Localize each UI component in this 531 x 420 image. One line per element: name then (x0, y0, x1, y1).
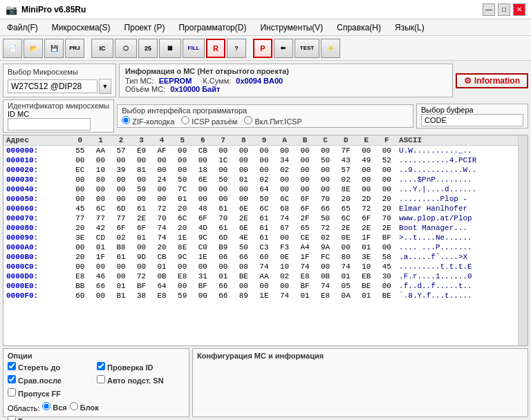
hex-byte[interactable]: 01 (335, 271, 356, 281)
hex-byte[interactable]: E8 (295, 271, 315, 281)
hex-byte[interactable]: 6E (234, 204, 254, 213)
hex-byte[interactable]: 00 (315, 184, 336, 194)
hex-byte[interactable]: 20 (377, 194, 398, 204)
hex-byte[interactable]: 34 (274, 155, 295, 165)
hex-byte[interactable]: 0E (274, 252, 295, 262)
hex-byte[interactable]: 0B (151, 271, 172, 281)
hex-byte[interactable]: 00 (234, 146, 254, 156)
toolbar-ic2[interactable]: ⬡ (115, 39, 137, 58)
hex-byte[interactable]: 00 (172, 262, 193, 271)
hex-byte[interactable]: 74 (274, 291, 295, 300)
hex-byte[interactable]: 74 (274, 213, 295, 223)
hex-byte[interactable]: 6E (192, 175, 213, 184)
hex-byte[interactable]: CB (151, 252, 172, 262)
hex-byte[interactable]: 00 (315, 165, 336, 175)
hex-byte[interactable]: 24 (151, 175, 172, 184)
hex-byte[interactable]: 20 (172, 223, 193, 233)
hex-byte[interactable]: 01 (151, 262, 172, 271)
hex-byte[interactable]: 50 (234, 242, 254, 252)
hex-byte[interactable]: 10 (91, 165, 111, 175)
hex-byte[interactable]: AA (91, 146, 111, 156)
hex-byte[interactable]: 50 (213, 175, 234, 184)
hex-byte[interactable]: BE (356, 281, 377, 291)
hex-byte[interactable]: E9 (131, 146, 152, 156)
hex-byte[interactable]: 00 (295, 146, 315, 156)
hex-byte[interactable]: 00 (254, 165, 274, 175)
hex-byte[interactable]: 72 (315, 223, 336, 233)
hex-byte[interactable]: 61 (111, 252, 131, 262)
hex-byte[interactable]: 8E (335, 184, 356, 194)
hex-byte[interactable]: 77 (70, 213, 91, 223)
hex-byte[interactable]: 61 (254, 233, 274, 242)
hex-byte[interactable]: 00 (131, 262, 152, 271)
hex-byte[interactable]: E8 (70, 271, 91, 281)
hex-byte[interactable]: 81 (131, 165, 152, 175)
hex-byte[interactable]: 10 (274, 262, 295, 271)
hex-byte[interactable]: 01 (234, 175, 254, 184)
hex-byte[interactable]: 9C (172, 252, 193, 262)
hex-byte[interactable]: 20 (335, 194, 356, 204)
hex-byte[interactable]: 70 (377, 213, 398, 223)
hex-byte[interactable]: 00 (91, 291, 111, 300)
hex-byte[interactable]: 00 (111, 184, 131, 194)
toolbar-save[interactable]: 💾 (44, 39, 64, 58)
hex-byte[interactable]: 6C (274, 194, 295, 204)
hex-byte[interactable]: 00 (131, 194, 152, 204)
hex-byte[interactable]: 00 (192, 184, 213, 194)
hex-byte[interactable]: 55 (70, 146, 91, 156)
hex-byte[interactable]: 00 (151, 184, 172, 194)
hex-byte[interactable]: 74 (254, 262, 274, 271)
hex-byte[interactable]: 4E (234, 233, 254, 242)
check-autosn[interactable] (97, 375, 105, 383)
hex-byte[interactable]: 45 (70, 204, 91, 213)
hex-byte[interactable]: 00 (111, 175, 131, 184)
toolbar-ic1[interactable]: IC (91, 39, 113, 58)
hex-byte[interactable]: 01 (131, 233, 152, 242)
hex-byte[interactable]: 00 (254, 146, 274, 156)
hex-byte[interactable]: 6D (111, 204, 131, 213)
hex-byte[interactable]: 65 (335, 204, 356, 213)
hex-byte[interactable]: 74 (295, 262, 315, 271)
hex-byte[interactable]: 6F (356, 213, 377, 223)
hex-byte[interactable]: 00 (151, 194, 172, 204)
hex-byte[interactable]: B1 (111, 291, 131, 300)
hex-byte[interactable]: E8 (151, 291, 172, 300)
hex-byte[interactable]: 0E (335, 233, 356, 242)
scrollbar[interactable] (518, 135, 528, 345)
hex-byte[interactable]: BF (295, 281, 315, 291)
hex-byte[interactable]: BE (377, 291, 398, 300)
hex-byte[interactable]: 00 (111, 262, 131, 271)
hex-byte[interactable]: 89 (234, 291, 254, 300)
toolbar-chip-icon[interactable]: ⚡ (321, 39, 340, 58)
hex-byte[interactable]: 72 (356, 204, 377, 213)
hex-byte[interactable]: 00 (377, 184, 398, 194)
hex-byte[interactable]: 3E (356, 252, 377, 262)
hex-byte[interactable]: 00 (131, 155, 152, 165)
maximize-button[interactable]: □ (498, 3, 510, 16)
hex-byte[interactable]: 4D (192, 223, 213, 233)
hex-byte[interactable]: 50 (315, 155, 336, 165)
hex-byte[interactable]: 74 (151, 233, 172, 242)
hex-byte[interactable]: 2E (377, 223, 398, 233)
hex-byte[interactable]: 31 (192, 271, 213, 281)
hex-byte[interactable]: 50 (172, 175, 193, 184)
hex-byte[interactable]: 57 (335, 165, 356, 175)
check-test[interactable] (8, 416, 16, 420)
hex-byte[interactable]: 00 (213, 184, 234, 194)
hex-byte[interactable]: F3 (274, 242, 295, 252)
toolbar-p[interactable]: P (253, 39, 272, 58)
hex-byte[interactable]: E8 (172, 271, 193, 281)
id-mc-input[interactable] (8, 118, 91, 131)
hex-byte[interactable]: 00 (377, 146, 398, 156)
hex-byte[interactable]: 58 (377, 252, 398, 262)
menu-micro[interactable]: Микросхема(S) (48, 22, 115, 33)
hex-byte[interactable]: 20 (151, 242, 172, 252)
hex-byte[interactable]: 45 (377, 262, 398, 271)
hex-byte[interactable]: 00 (315, 175, 336, 184)
hex-byte[interactable]: BE (234, 271, 254, 281)
hex-byte[interactable]: CD (91, 233, 111, 242)
hex-byte[interactable]: AA (254, 271, 274, 281)
hex-byte[interactable]: 00 (254, 155, 274, 165)
hex-byte[interactable]: 6C (254, 204, 274, 213)
radio-area-block[interactable] (70, 402, 78, 410)
